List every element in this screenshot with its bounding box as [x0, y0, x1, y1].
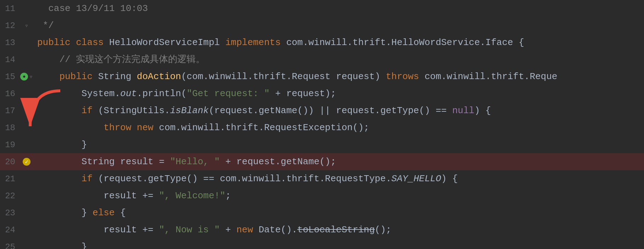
line-number-12: 12: [0, 21, 20, 31]
keyword-class: class: [76, 37, 109, 48]
brace-open: ) {: [474, 105, 491, 116]
kw-public: public: [37, 71, 98, 82]
call-end: ();: [375, 225, 392, 235]
breakpoint-20[interactable]: ✓: [23, 158, 30, 166]
code-content-11: case 13/9/11 10:03: [34, 0, 637, 17]
comment-span: */: [37, 20, 54, 31]
keyword-public: public: [37, 37, 76, 48]
code-line-12: 12 ▿ */: [0, 17, 644, 34]
code-content-21: if (request.getType() == com.winwill.thr…: [34, 170, 637, 187]
line-number-25: 25: [0, 242, 20, 249]
result-plus: result +=: [37, 190, 159, 201]
kw-new: new: [137, 122, 159, 133]
code-line-15: 15 ● ▿ public String doAction(com.winwil…: [0, 68, 644, 85]
code-content-24: result += ", Now is " + new Date().toLoc…: [34, 221, 637, 238]
gutter-20[interactable]: ✓: [20, 158, 34, 166]
keyword-throws: throws: [386, 71, 424, 82]
gutter-15[interactable]: ● ▿: [20, 73, 34, 81]
close-brace: }: [37, 139, 87, 150]
code-content-16: System.out.println("Get request: " + req…: [34, 85, 637, 102]
breakpoint-15[interactable]: ●: [20, 73, 28, 81]
code-line-22: 22 result += ", Welcome!";: [0, 187, 644, 204]
keyword-implements: implements: [226, 37, 287, 48]
line-number-18: 18: [0, 123, 20, 133]
exception-class: com.winwill.thrift.RequestException();: [159, 122, 369, 133]
code-line-17: 17 if (StringUtils.isBlank(request.getNa…: [0, 102, 644, 119]
code-content-22: result += ", Welcome!";: [34, 187, 637, 204]
code-content-18: throw new com.winwill.thrift.RequestExce…: [34, 119, 637, 136]
open-brace: {: [120, 208, 126, 218]
say-hello: SAY_HELLO: [392, 173, 441, 184]
code-line-14: 14 // 实现这个方法完成具体的逻辑。: [0, 51, 644, 68]
cursor-area: .Iface {: [480, 37, 524, 48]
interface-name: com.winwill.thrift.HelloWordService: [286, 37, 480, 48]
code-line-24: 24 result += ", Now is " + new Date().to…: [0, 221, 644, 238]
code-content-23: } else {: [34, 204, 637, 221]
code-content-17: if (StringUtils.isBlank(request.getName(…: [34, 102, 637, 119]
gutter-12[interactable]: ▿: [20, 22, 34, 29]
string-type: String result =: [37, 156, 170, 167]
code-line-16: 16 System.out.println("Get request: " + …: [0, 85, 644, 102]
date: Date().: [259, 225, 297, 235]
null-kw: null: [452, 105, 474, 116]
code-content-13: public class HelloWordServiceImpl implem…: [34, 34, 637, 51]
if-cond: (StringUtils.: [98, 105, 170, 116]
strikethrough-method: toLocaleString: [297, 225, 374, 235]
classname: HelloWordServiceImpl: [109, 37, 226, 48]
code-content-20: String result = "Hello, " + request.getN…: [34, 153, 637, 170]
line-number-13: 13: [0, 38, 20, 48]
code-line-23: 23 } else {: [0, 204, 644, 221]
string-hello: "Hello, ": [170, 156, 220, 167]
kw-if: if: [37, 105, 98, 116]
line-number-17: 17: [0, 106, 20, 116]
if-type-cond: (request.getType() == com.winwill.thrift…: [98, 173, 392, 184]
line-number-21: 21: [0, 174, 20, 184]
code-line-21: 21 if (request.getType() == com.winwill.…: [0, 170, 644, 187]
line-number-14: 14: [0, 55, 20, 65]
line-number-16: 16: [0, 89, 20, 99]
kw-new2: new: [237, 225, 259, 235]
string-get-request: "Get request: ": [187, 88, 270, 99]
code-line-13: 13 public class HelloWordServiceImpl imp…: [0, 34, 644, 51]
system: System.: [37, 88, 120, 99]
method-doaction: doAction: [137, 71, 181, 82]
type-string: String: [98, 71, 137, 82]
code-content-25: }: [34, 238, 637, 249]
code-line-11: 11 case 13/9/11 10:03: [0, 0, 644, 17]
params: (com.winwill.thrift.Request request): [181, 71, 386, 82]
result-plus2: result +=: [37, 225, 159, 235]
line-number-19: 19: [0, 140, 20, 150]
kw-else: else: [93, 208, 120, 218]
close-brace2: }: [37, 208, 93, 218]
plus-new: +: [220, 225, 237, 235]
string-welcome: ", Welcome!": [159, 190, 225, 201]
line-number-15: 15: [0, 72, 20, 82]
code-line-19: 19 }: [0, 136, 644, 153]
kw-throw: throw: [37, 122, 137, 133]
code-editor: 11 case 13/9/11 10:03 12 ▿ */ 13 public …: [0, 0, 644, 249]
line-number-24: 24: [0, 225, 20, 235]
out-field: out: [120, 88, 137, 99]
string-now-is: ", Now is ": [159, 225, 220, 235]
fold-icon-15[interactable]: ▿: [29, 73, 33, 81]
isblank-call: (request.getName()) || request.getType()…: [209, 105, 453, 116]
comment-chinese: // 实现这个方法完成具体的逻辑。: [37, 54, 205, 65]
isblank: isBlank: [170, 105, 209, 116]
line-number-22: 22: [0, 191, 20, 201]
if-brace: ) {: [441, 173, 458, 184]
semicolon: ;: [226, 190, 231, 201]
plus-request: + request);: [270, 88, 336, 99]
line-number-20: 20: [0, 157, 20, 167]
code-content-19: }: [34, 136, 637, 153]
exception-type: com.winwill.thrift.Reque: [424, 71, 557, 82]
code-line-20: 20 ✓ String result = "Hello, " + request…: [0, 153, 644, 170]
fold-icon-12[interactable]: ▿: [25, 22, 29, 29]
code-content-14: // 实现这个方法完成具体的逻辑。: [34, 51, 637, 68]
plus-getname: + request.getName();: [220, 156, 336, 167]
line-number-23: 23: [0, 208, 20, 218]
kw-if2: if: [37, 173, 98, 184]
code-line-25: 25 }: [0, 238, 644, 249]
line-number-11: 11: [0, 4, 20, 13]
close-brace3: }: [37, 242, 87, 249]
println: .println(: [137, 88, 187, 99]
